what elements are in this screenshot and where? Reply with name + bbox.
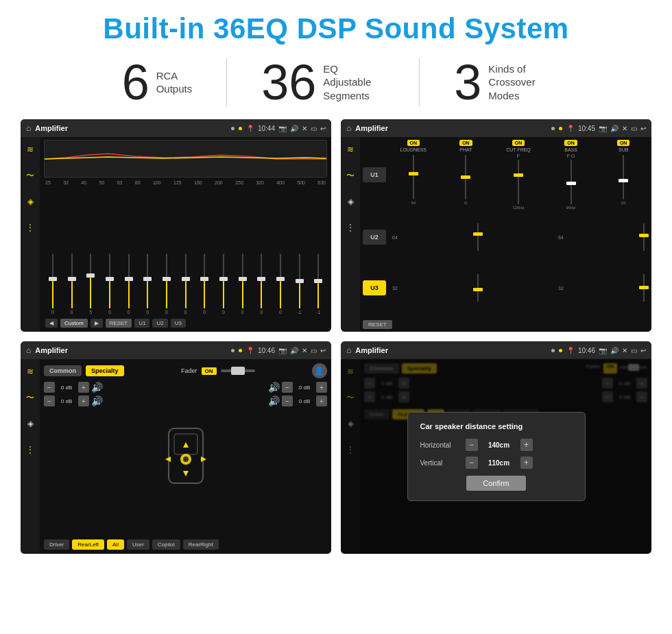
phat-on[interactable]: ON [459,140,472,146]
phat-slider[interactable] [465,155,466,199]
u2-button[interactable]: U2 [363,230,386,245]
eq-slider-9[interactable]: 0 [215,254,232,315]
close-icon-4[interactable]: ✕ [622,347,627,354]
db-plus-1[interactable]: + [78,382,89,393]
home-icon-3[interactable]: ⌂ [26,345,31,355]
db-plus-2[interactable]: + [78,395,89,406]
eq-slider-11[interactable]: 0 [252,254,270,315]
rearright-btn[interactable]: RearRight [183,539,219,550]
loudness-slider[interactable] [413,155,414,199]
screen-fader: ⌂ Amplifier 📍 10:46 📷 🔊 ✕ ▭ ↩ ≋ 〜 [21,341,331,554]
volume-icon-4[interactable]: 🔊 [610,347,619,354]
screen2-header: ⌂ Amplifier 📍 10:45 📷 🔊 ✕ ▭ ↩ [341,119,651,137]
db-minus-1[interactable]: − [44,382,55,393]
eq-icon-3[interactable]: ≋ [23,365,37,378]
eq-slider-6[interactable]: 0 [158,254,176,315]
eq-slider-12[interactable]: 0 [272,254,289,315]
split-icon-2[interactable]: ⋮ [344,221,357,234]
db-minus-4[interactable]: − [282,395,293,406]
vertical-val: 110cm [482,459,516,467]
eq-slider-3[interactable]: 0 [101,254,119,315]
eq-slider-13[interactable]: -1 [291,254,309,315]
wave-icon-2[interactable]: 〜 [344,169,357,182]
back-icon[interactable]: ↩ [320,125,326,132]
u2-btn[interactable]: U2 [152,319,167,328]
sub-slider[interactable] [623,155,624,199]
eq-icon-2[interactable]: ≋ [344,143,357,156]
stat-text-eq: EQ AdjustableSegments [323,62,385,103]
custom-btn[interactable]: Custom [60,319,88,328]
close-icon[interactable]: ✕ [302,125,307,132]
window-icon[interactable]: ▭ [311,125,317,132]
screen4-time: 10:46 [578,347,595,354]
eq-slider-0[interactable]: 0 [44,254,62,315]
window-icon-2[interactable]: ▭ [631,125,637,132]
split-icon-3[interactable]: ⋮ [23,443,37,456]
cross-reset-btn[interactable]: RESET [363,320,392,329]
u1-button[interactable]: U1 [363,167,386,182]
next-btn[interactable]: ▶ [91,319,103,328]
phat-ctrl: ON PHAT G [441,140,492,205]
confirm-button[interactable]: Confirm [466,476,526,491]
u3-button[interactable]: U3 [363,280,386,295]
specialty-tab[interactable]: Specialty [86,365,124,376]
eq-bottom: ◀ Custom ▶ RESET U1 U2 U3 [44,316,327,329]
wave-icon[interactable]: 〜 [23,169,37,182]
cutfreq-on[interactable]: ON [512,140,525,146]
cutfreq-slider[interactable] [518,160,519,204]
prev-btn[interactable]: ◀ [45,319,58,328]
vertical-minus[interactable]: − [466,456,478,469]
eq-slider-10[interactable]: 0 [234,254,252,315]
sub-on[interactable]: ON [617,140,630,146]
eq-slider-8[interactable]: 0 [195,254,213,315]
split-icon[interactable]: ⋮ [23,221,37,234]
speaker-icon-3[interactable]: ◈ [23,417,37,430]
copilot-btn[interactable]: Copilot [152,539,180,550]
driver-btn[interactable]: Driver [44,539,69,550]
db-plus-3[interactable]: + [316,382,327,393]
eq-icon[interactable]: ≋ [23,143,37,156]
u1-btn[interactable]: U1 [134,319,149,328]
rearleft-btn[interactable]: RearLeft [72,539,104,550]
window-icon-3[interactable]: ▭ [311,347,317,354]
volume-icon[interactable]: 🔊 [290,125,298,132]
close-icon-3[interactable]: ✕ [302,347,307,354]
home-icon[interactable]: ⌂ [26,123,31,133]
stat-number-rca: 6 [122,58,149,107]
loudness-on[interactable]: ON [407,140,420,146]
back-icon-3[interactable]: ↩ [320,347,326,354]
horizontal-minus[interactable]: − [466,439,478,451]
vertical-plus[interactable]: + [520,456,533,469]
eq-slider-7[interactable]: 0 [177,254,195,315]
speaker-icon-2[interactable]: ◈ [344,195,357,208]
db-minus-2[interactable]: − [44,395,55,406]
db-minus-3[interactable]: − [282,382,293,393]
stat-text-rca: RCAOutputs [156,69,193,96]
eq-slider-1[interactable]: 0 [63,254,81,315]
common-tab[interactable]: Common [44,365,82,376]
eq-slider-4[interactable]: 0 [120,254,138,315]
user-btn[interactable]: User [127,539,149,550]
speaker-icon[interactable]: ◈ [23,195,37,208]
volume-icon-2[interactable]: 🔊 [610,125,619,132]
u3-btn[interactable]: U3 [171,319,186,328]
all-btn[interactable]: All [107,539,124,550]
wave-icon-3[interactable]: 〜 [23,391,37,404]
back-icon-4[interactable]: ↩ [640,347,646,354]
eq-slider-5[interactable]: 0 [139,254,156,315]
back-icon-2[interactable]: ↩ [640,125,646,132]
reset-btn[interactable]: RESET [106,319,132,328]
db-plus-4[interactable]: + [316,395,327,406]
bass-on[interactable]: ON [564,140,577,146]
bass-slider[interactable] [571,160,572,204]
home-icon-4[interactable]: ⌂ [346,345,351,355]
horizontal-plus[interactable]: + [520,439,533,451]
volume-icon-3[interactable]: 🔊 [290,347,298,354]
screen4-dot2 [559,349,562,352]
eq-slider-2[interactable]: 5 [82,254,99,315]
home-icon-2[interactable]: ⌂ [346,123,351,133]
close-icon-2[interactable]: ✕ [622,125,627,132]
screen3-dot1 [231,349,235,352]
eq-slider-14[interactable]: -1 [309,254,327,315]
window-icon-4[interactable]: ▭ [631,347,637,354]
